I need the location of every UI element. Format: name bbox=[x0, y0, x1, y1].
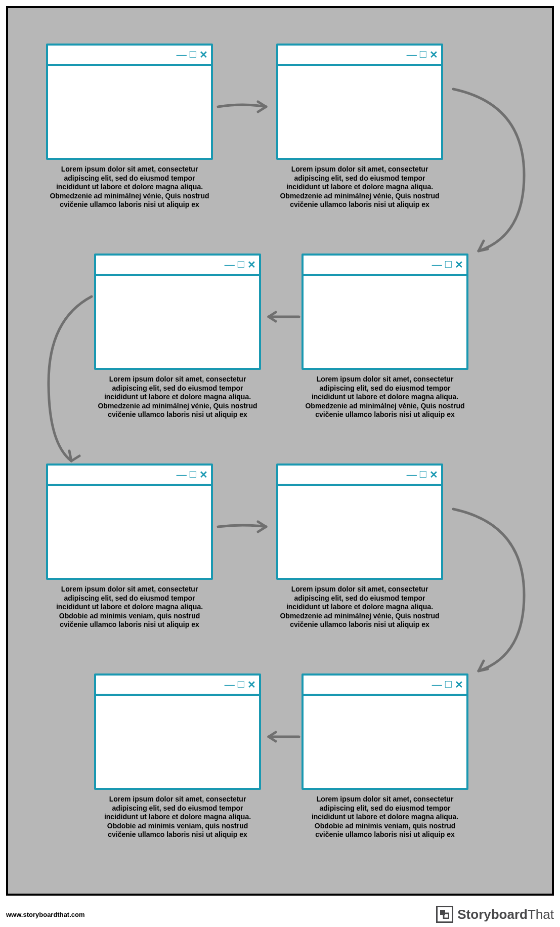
brand-logo: StoryboardThat bbox=[436, 906, 554, 923]
storyboard-cell-1: —□✕Lorem ipsum dolor sit amet, consectet… bbox=[46, 44, 213, 209]
close-icon: ✕ bbox=[199, 49, 208, 61]
window-wireframe: —□✕ bbox=[46, 464, 213, 580]
cell-caption: Lorem ipsum dolor sit amet, consectetur … bbox=[301, 375, 468, 419]
storyboard-cell-3: —□✕Lorem ipsum dolor sit amet, consectet… bbox=[301, 254, 468, 419]
arrow-4-5 bbox=[44, 291, 104, 466]
close-icon: ✕ bbox=[247, 259, 256, 271]
minimize-icon: — bbox=[225, 679, 235, 691]
cell-caption: Lorem ipsum dolor sit amet, consectetur … bbox=[276, 165, 443, 209]
storyboard-cell-8: —□✕Lorem ipsum dolor sit amet, consectet… bbox=[94, 673, 261, 839]
minimize-icon: — bbox=[432, 679, 442, 691]
window-controls: —□✕ bbox=[177, 466, 208, 484]
storyboard-cell-5: —□✕Lorem ipsum dolor sit amet, consectet… bbox=[46, 464, 213, 629]
window-wireframe: —□✕ bbox=[46, 44, 213, 160]
window-controls: —□✕ bbox=[407, 46, 438, 64]
svg-rect-1 bbox=[444, 913, 449, 918]
arrow-5-6 bbox=[216, 517, 274, 537]
maximize-icon: □ bbox=[238, 678, 244, 691]
minimize-icon: — bbox=[225, 259, 235, 271]
footer-url: www.storyboardthat.com bbox=[6, 911, 85, 918]
storyboard-cell-6: —□✕Lorem ipsum dolor sit amet, consectet… bbox=[276, 464, 443, 629]
canvas-frame: —□✕Lorem ipsum dolor sit amet, consectet… bbox=[6, 6, 554, 896]
maximize-icon: □ bbox=[445, 258, 452, 271]
window-wireframe: —□✕ bbox=[301, 673, 468, 790]
window-wireframe: —□✕ bbox=[301, 254, 468, 370]
cell-caption: Lorem ipsum dolor sit amet, consectetur … bbox=[46, 165, 213, 209]
minimize-icon: — bbox=[407, 469, 417, 481]
close-icon: ✕ bbox=[429, 469, 438, 481]
page: —□✕Lorem ipsum dolor sit amet, consectet… bbox=[0, 0, 560, 927]
window-wireframe: —□✕ bbox=[276, 44, 443, 160]
maximize-icon: □ bbox=[190, 468, 196, 481]
window-controls: —□✕ bbox=[177, 46, 208, 64]
minimize-icon: — bbox=[177, 469, 187, 481]
window-controls: —□✕ bbox=[432, 676, 463, 694]
storyboard-cell-4: —□✕Lorem ipsum dolor sit amet, consectet… bbox=[94, 254, 261, 419]
arrow-6-7 bbox=[448, 504, 529, 676]
cell-caption: Lorem ipsum dolor sit amet, consectetur … bbox=[301, 795, 468, 839]
window-controls: —□✕ bbox=[432, 256, 463, 274]
brand-text: StoryboardThat bbox=[457, 907, 554, 922]
maximize-icon: □ bbox=[420, 468, 426, 481]
arrow-1-2 bbox=[216, 97, 274, 117]
arrow-2-3 bbox=[448, 84, 529, 256]
window-controls: —□✕ bbox=[407, 466, 438, 484]
window-wireframe: —□✕ bbox=[94, 673, 261, 790]
cell-caption: Lorem ipsum dolor sit amet, consectetur … bbox=[276, 585, 443, 629]
window-controls: —□✕ bbox=[225, 256, 256, 274]
window-wireframe: —□✕ bbox=[94, 254, 261, 370]
minimize-icon: — bbox=[177, 49, 187, 61]
arrow-7-8 bbox=[264, 727, 301, 747]
cell-caption: Lorem ipsum dolor sit amet, consectetur … bbox=[46, 585, 213, 629]
window-controls: —□✕ bbox=[225, 676, 256, 694]
close-icon: ✕ bbox=[247, 679, 256, 691]
footer: www.storyboardthat.com StoryboardThat bbox=[6, 902, 554, 927]
close-icon: ✕ bbox=[455, 259, 463, 271]
maximize-icon: □ bbox=[190, 48, 196, 61]
close-icon: ✕ bbox=[429, 49, 438, 61]
minimize-icon: — bbox=[432, 259, 442, 271]
cell-caption: Lorem ipsum dolor sit amet, consectetur … bbox=[94, 375, 261, 419]
arrow-3-4 bbox=[264, 307, 301, 327]
cell-caption: Lorem ipsum dolor sit amet, consectetur … bbox=[94, 795, 261, 839]
close-icon: ✕ bbox=[455, 679, 463, 691]
maximize-icon: □ bbox=[238, 258, 244, 271]
minimize-icon: — bbox=[407, 49, 417, 61]
brand-icon bbox=[436, 906, 453, 923]
storyboard-cell-7: —□✕Lorem ipsum dolor sit amet, consectet… bbox=[301, 673, 468, 839]
maximize-icon: □ bbox=[445, 678, 452, 691]
maximize-icon: □ bbox=[420, 48, 426, 61]
window-wireframe: —□✕ bbox=[276, 464, 443, 580]
storyboard-cell-2: —□✕Lorem ipsum dolor sit amet, consectet… bbox=[276, 44, 443, 209]
close-icon: ✕ bbox=[199, 469, 208, 481]
